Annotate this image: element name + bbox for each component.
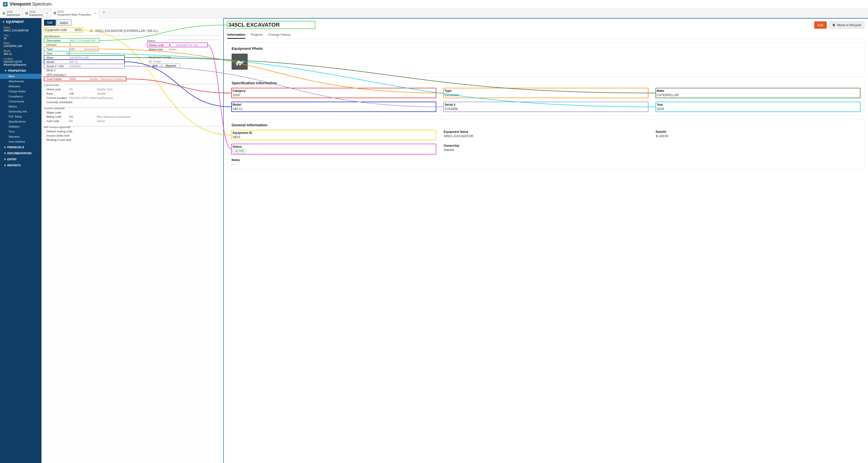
tab-equipment[interactable]: CCDEquipment × — [23, 8, 51, 18]
equipment-detail-panel: 345CL EXCAVATOR Edit Move to Recycle Inf… — [224, 18, 868, 463]
sidebar-reports-header[interactable]: REPORTS — [0, 162, 41, 168]
caret-down-icon — [4, 70, 6, 71]
routing-code-label: Default routing code — [44, 130, 79, 133]
sidebar-item-warranty[interactable]: Warranty — [0, 134, 41, 139]
sb-name-label: Name — [0, 26, 41, 29]
sidebar-item-statistics[interactable]: Statistics — [0, 124, 41, 129]
photo-title: Equipment Photo — [231, 46, 860, 51]
sb-model-value: 345 CL — [0, 52, 41, 57]
home-yard-value: Y1 — [69, 88, 97, 91]
make-value: CATERPILLAR — [69, 56, 97, 59]
status-code-desc: Available for Use — [176, 44, 198, 47]
sidebar-entry-header[interactable]: ENTRY — [0, 156, 41, 162]
sidebar-item-pm-setup[interactable]: P.M. Setup — [0, 114, 41, 119]
serial-label: Serial # / VIN — [44, 65, 69, 68]
sidebar-header-label: EQUIPMENT — [6, 20, 24, 24]
sidebar-item-charge-rates[interactable]: Charge Rates — [0, 89, 41, 94]
move-to-recycle-button[interactable]: Move to Recycle — [829, 21, 865, 29]
year-label: Year — [44, 52, 56, 55]
sidebar-item-components[interactable]: Components — [0, 99, 41, 104]
type-desc: Excavator — [84, 48, 97, 51]
sidebar-item-tires[interactable]: Tires — [0, 129, 41, 134]
make-label: Make — [44, 56, 69, 59]
sidebar-item-meters[interactable]: Meters — [0, 104, 41, 109]
spec-serial-value: S783456 — [444, 107, 647, 111]
switch-button[interactable]: Switch — [57, 20, 71, 26]
currently-scheduled-label: Currently scheduled — [44, 100, 79, 104]
sidebar-item-user-defined[interactable]: User-Defined — [0, 139, 41, 144]
status-dot-icon — [2, 12, 5, 15]
year-value: 16 — [56, 52, 69, 55]
close-icon[interactable]: × — [94, 11, 96, 15]
equipment-photo-card: Equipment Photo — [227, 42, 865, 74]
tab-equipment-main-properties[interactable]: CCDEquipment Main Properties × — [51, 8, 99, 18]
dollar-limit-label: Invoice dollar limit — [44, 134, 79, 137]
spec-type-value: Excavator — [444, 93, 647, 97]
spec-model-value: 345 CL — [232, 107, 435, 111]
caret-right-icon — [4, 158, 6, 160]
sidebar-section-label: DOCUMENTATION — [7, 152, 31, 155]
recycle-label: Move to Recycle — [837, 23, 861, 27]
sidebar-financials-header[interactable]: FINANCIALS — [0, 144, 41, 150]
sidebar-equipment-header[interactable]: EQUIPMENT — [0, 18, 41, 26]
edit-button[interactable]: Edit — [44, 20, 56, 26]
cost-center-desc: Seattle - Electrical Division — [89, 78, 123, 81]
sidebar-item-attachments[interactable]: Attachments — [0, 79, 41, 84]
sidebar-item-main[interactable]: Main — [0, 74, 41, 79]
gen-notes-label: Notes — [231, 158, 860, 162]
detail-tab-change-history[interactable]: Change History — [268, 31, 291, 39]
description-value: 345CL EXCAVATOR — [69, 39, 97, 42]
tab-dashboard[interactable]: CCDDashboard — [0, 8, 23, 18]
general-info-card: General Information Equipment ID SE01 Eq… — [227, 119, 865, 170]
billing-code-label: Billing code — [44, 115, 69, 118]
fuel-code-value: D1 — [69, 119, 97, 122]
tab-bottom: Equipment — [29, 13, 43, 17]
remove-image-button[interactable]: Remove — [162, 63, 180, 68]
caret-right-icon — [4, 146, 6, 148]
tab-bottom: Equipment Main Properties — [58, 13, 91, 16]
gen-own-value: Owned — [443, 148, 648, 152]
sb-make-value: CATERPILLAR — [0, 45, 41, 49]
sidebar-properties-header[interactable]: PROPERTIES — [0, 68, 41, 74]
spec-year-value: 2016 — [657, 107, 859, 111]
sidebar-item-compliance[interactable]: Compliance — [0, 94, 41, 99]
spec-category-label: Category — [232, 89, 435, 93]
model-value: 345 CL — [69, 60, 97, 63]
current-location-value: HS1910 (15TH Widening/Repave) — [69, 96, 113, 99]
detail-tab-information[interactable]: Information — [227, 31, 245, 39]
gen-eqid-label: Equipment ID — [232, 131, 435, 135]
add-image-button[interactable]: Add — [149, 63, 161, 68]
gen-eqid-value: SE01 — [232, 135, 435, 139]
caret-right-icon — [4, 164, 6, 166]
sb-location-label: Location — [0, 57, 41, 60]
sidebar-documentation-header[interactable]: DOCUMENTATION — [0, 150, 41, 156]
routing-over-limit-label: Routing if over limit — [44, 138, 79, 141]
sidebar-item-attributes[interactable]: Attributes — [0, 84, 41, 89]
cost-center-value: 1020 — [69, 78, 89, 81]
type-value: EXC — [69, 48, 84, 51]
add-tab-button[interactable]: + — [99, 8, 108, 18]
current-location-label: Current location — [44, 96, 69, 99]
model-label: Model — [44, 60, 69, 63]
gen-status-badge: ACTIVE — [232, 149, 246, 153]
detail-edit-button[interactable]: Edit — [814, 21, 827, 29]
status-section: Status — [147, 37, 220, 43]
sidebar-item-ownership-info[interactable]: Ownership Info — [0, 109, 41, 114]
division-value: 3 — [69, 43, 97, 46]
brand-name: Viewpoint Spectrum. — [9, 1, 53, 7]
current-info-section: Current info — [44, 81, 221, 87]
spec-model-label: Model — [232, 103, 435, 107]
equipment-code-label: Equipment code — [45, 28, 67, 32]
brand-name-bold: Viewpoint — [9, 1, 31, 6]
equipment-photo-placeholder[interactable] — [231, 54, 248, 70]
gps-label: GPS tracking # — [44, 73, 69, 76]
close-icon[interactable]: × — [46, 11, 48, 16]
detail-tab-projects[interactable]: Projects — [251, 31, 263, 39]
sidebar-section-label: REPORTS — [7, 164, 21, 167]
billing-code-value: EQ — [69, 115, 97, 118]
billing-code-desc: Misc ellaneous Equipment — [97, 115, 130, 118]
sidebar-section-label: ENTRY — [7, 158, 17, 161]
tab-bottom: Dashboard — [6, 13, 20, 17]
sidebar-item-specifications[interactable]: Specifications — [0, 119, 41, 124]
rfid-label: RFID # — [44, 69, 69, 72]
